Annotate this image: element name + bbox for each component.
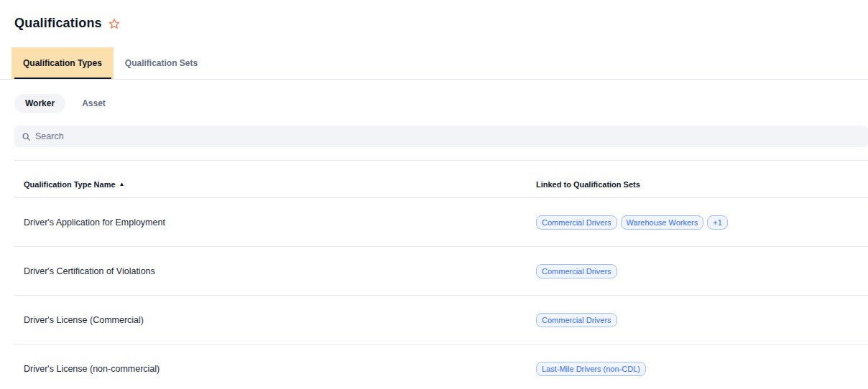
search-bar[interactable] [14, 126, 868, 147]
qualification-type-name: Driver's License (non-commercial) [24, 364, 536, 374]
column-header-linked-sets[interactable]: Linked to Qualification Sets [536, 180, 868, 189]
linked-sets: Commercial Drivers [536, 313, 868, 327]
linked-sets: Last-Mile Drivers (non-CDL) [536, 362, 868, 376]
entity-filter-worker[interactable]: Worker [14, 94, 65, 113]
qualification-set-pill[interactable]: Commercial Drivers [536, 215, 617, 230]
tab-qualification-sets[interactable]: Qualification Sets [114, 47, 209, 79]
table-row[interactable]: Driver's Application for Employment Comm… [14, 198, 868, 247]
linked-sets: Commercial Drivers [536, 264, 868, 278]
qualification-table: Qualification Type Name ▲ Linked to Qual… [14, 161, 868, 389]
entity-filter-asset[interactable]: Asset [78, 94, 110, 113]
qualification-type-name: Driver's License (Commercial) [24, 315, 536, 325]
table-header-row: Qualification Type Name ▲ Linked to Qual… [14, 161, 868, 198]
entity-filter: WorkerAsset [14, 94, 854, 113]
qualification-type-name: Driver's Application for Employment [24, 217, 536, 228]
tab-qualification-types[interactable]: Qualification Types [11, 47, 114, 79]
table-row[interactable]: Driver's License (Commercial) Commercial… [14, 296, 868, 345]
favorite-star-icon[interactable] [108, 18, 120, 29]
page-title: Qualifications [14, 16, 102, 31]
sort-ascending-icon: ▲ [119, 182, 125, 187]
table-body: Driver's Application for Employment Comm… [14, 198, 868, 389]
table-row[interactable]: Driver's License (non-commercial) Last-M… [14, 345, 868, 389]
qualification-set-pill[interactable]: Last-Mile Drivers (non-CDL) [536, 362, 646, 376]
qualification-set-pill[interactable]: Warehouse Workers [621, 215, 704, 230]
qualification-type-name: Driver's Certification of Violations [24, 266, 536, 276]
qualification-set-pill[interactable]: Commercial Drivers [536, 313, 617, 327]
search-input[interactable] [35, 131, 861, 141]
search-icon [22, 132, 31, 141]
linked-sets: Commercial DriversWarehouse Workers+1 [536, 215, 868, 230]
tab-bar: Qualification TypesQualification Sets [0, 47, 868, 80]
table-row[interactable]: Driver's Certification of Violations Com… [14, 247, 868, 296]
column-header-qualification-type-name[interactable]: Qualification Type Name ▲ [24, 180, 536, 189]
column-header-label: Linked to Qualification Sets [536, 180, 640, 189]
page-header: Qualifications [14, 16, 854, 31]
column-header-label: Qualification Type Name [24, 180, 116, 189]
more-sets-pill[interactable]: +1 [707, 215, 728, 230]
qualification-set-pill[interactable]: Commercial Drivers [536, 264, 617, 278]
